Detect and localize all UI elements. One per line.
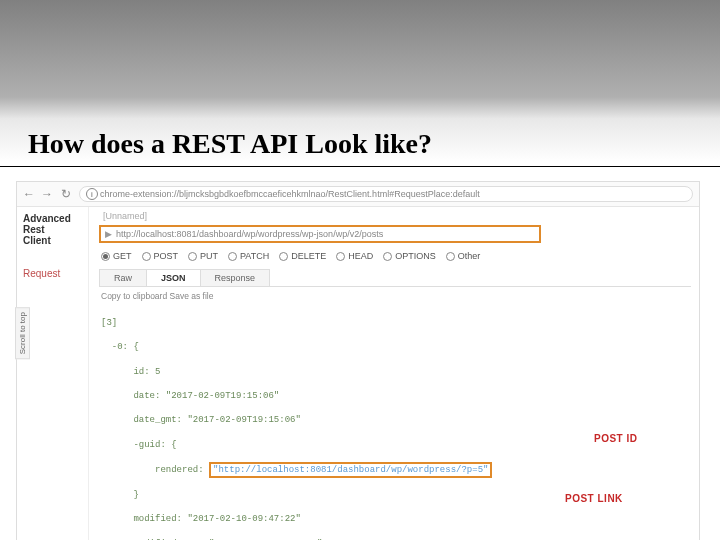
request-unnamed-label: [Unnamed] (103, 211, 691, 221)
back-icon[interactable]: ← (23, 187, 35, 201)
tab-raw[interactable]: Raw (99, 269, 147, 286)
url-text: chrome-extension://bljmcksbgbdkoefbmccae… (100, 189, 480, 199)
response-actions[interactable]: Copy to clipboard Save as file (101, 291, 691, 301)
guid-rendered-highlight: "http://localhost:8081/dashboard/wp/word… (209, 462, 492, 478)
scroll-to-top-tab[interactable]: Scroll to top (15, 307, 30, 359)
main-panel: [Unnamed] ▶ http://localhost:8081/dashbo… (89, 207, 699, 540)
endpoint-url-text: http://localhost:8081/dashboard/wp/wordp… (116, 229, 383, 239)
forward-icon[interactable]: → (41, 187, 53, 201)
tab-json[interactable]: JSON (146, 269, 201, 286)
method-post[interactable]: POST (142, 251, 179, 261)
method-get[interactable]: GET (101, 251, 132, 261)
browser-address-bar: ← → ↻ i chrome-extension://bljmcksbgbdko… (17, 182, 699, 207)
url-field[interactable]: i chrome-extension://bljmcksbgbdkoefbmcc… (79, 186, 693, 202)
reload-icon[interactable]: ↻ (61, 187, 71, 201)
method-head[interactable]: HEAD (336, 251, 373, 261)
info-icon[interactable]: i (86, 188, 98, 200)
browser-window: ← → ↻ i chrome-extension://bljmcksbgbdko… (16, 181, 700, 540)
http-methods: GET POST PUT PATCH DELETE HEAD OPTIONS O… (101, 251, 689, 261)
annotation-post-link: POST LINK (565, 493, 623, 504)
tab-response[interactable]: Response (200, 269, 271, 286)
method-other[interactable]: Other (446, 251, 481, 261)
endpoint-url-input[interactable]: ▶ http://localhost:8081/dashboard/wp/wor… (99, 225, 541, 243)
method-options[interactable]: OPTIONS (383, 251, 436, 261)
play-icon: ▶ (105, 229, 112, 239)
response-tabs: Raw JSON Response (99, 269, 691, 287)
method-delete[interactable]: DELETE (279, 251, 326, 261)
sidebar-request-link[interactable]: Request (23, 268, 82, 279)
app-name: Advanced Rest Client (23, 213, 82, 246)
sidebar: Advanced Rest Client Request Scroll to t… (17, 207, 89, 540)
method-patch[interactable]: PATCH (228, 251, 269, 261)
annotation-post-id: POST ID (594, 433, 638, 444)
method-put[interactable]: PUT (188, 251, 218, 261)
json-response: [3] -0: { id: 5 date: "2017-02-09T19:15:… (99, 305, 691, 540)
slide-title: How does a REST API Look like? (0, 128, 720, 167)
